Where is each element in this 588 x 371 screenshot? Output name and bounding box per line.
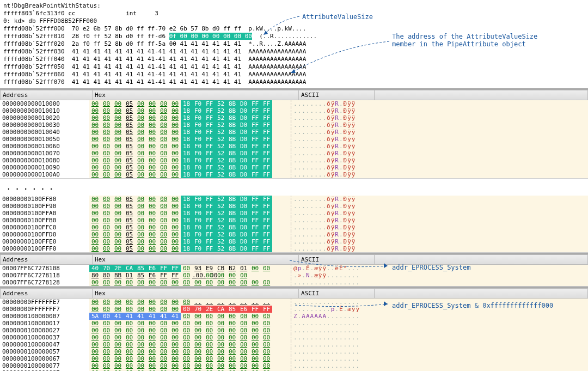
hex-address: 0000000000010090 [0,164,89,171]
hex-byte: 18 [181,171,192,178]
hex-byte: F0 [192,157,204,164]
hex-ascii: ........ðÿR.Ðÿÿ [291,231,364,238]
hex-byte: 00 [112,327,124,334]
ellipsis: . . . . . . [0,179,588,196]
hex-byte: FF [261,107,272,114]
hex-byte: FF [204,136,215,143]
hex-byte: 00 [204,348,215,355]
hex-byte: 00 [89,114,101,121]
hex-byte: 00 [135,210,146,217]
hex-byte: 00 [261,320,272,327]
hex-byte: 00 [101,348,112,355]
hex-byte: 05 [124,150,135,157]
hex-byte: 00 [135,150,146,157]
hex-byte: 00 [112,231,124,238]
hex-byte: 00 [101,279,112,286]
hex-byte: 00 [192,355,204,362]
hex-byte: 00 [158,100,169,107]
hex-address: 0000000000010060 [0,143,89,150]
hex-byte: 00 [169,362,181,369]
hex-byte: 00 [181,362,192,369]
hex-byte: 00 [181,313,192,320]
hex-byte: 00 [249,355,261,362]
hex-byte: FF [249,210,261,217]
hex-byte: FF [204,196,215,203]
hex-byte: 00 [101,224,112,231]
hex-byte: D0 [238,171,249,178]
hex-address: 00007FF6C7278128 [0,279,89,286]
hex-byte: 18 [181,121,192,129]
hex-byte: FF [249,164,261,171]
hex-byte: 00 [101,299,112,306]
hex-byte: F0 [192,245,204,252]
hex-byte: D0 [238,129,249,136]
hex-byte: 00 [226,362,238,369]
hex-byte: 8B [226,164,238,171]
hex-byte: F0 [192,129,204,136]
hex-row: 00000000100FFE0 000000050000000018F0FF52… [0,238,588,245]
hex-byte: 00 [101,196,112,203]
hex-byte: 00 [89,299,101,306]
hex-byte: 00 [158,231,169,238]
hex-byte: 52 [215,203,226,210]
hex-byte: 00 [226,279,238,286]
hex-byte: D0 [238,196,249,203]
hex-byte: 00 [112,341,124,348]
hex-byte: 00 [158,150,169,157]
hex-byte: D0 [238,100,249,107]
hex-byte: 80 [89,272,101,279]
hex-byte: F0 [192,143,204,150]
hex-byte: 52 [215,171,226,178]
hex-row: 0000000100000007 5A004141414141410000000… [0,313,588,320]
hex-byte: 18 [181,217,192,224]
hex-byte: 00 [249,265,261,272]
hex-byte: 18 [181,129,192,136]
hex-byte: 05 [124,107,135,114]
hex-byte: D0 [238,224,249,231]
hex-byte: 00 [238,279,249,286]
hex-byte: 00 [158,320,169,327]
hex-byte: 00 [226,334,238,341]
hex-byte: D0 [238,114,249,121]
hex-byte: 00 [135,238,146,245]
hex-byte: D1 [124,272,135,279]
hex-byte: 00 [146,100,158,107]
hex-row: 0000000000010000 000000050000000018F0FF5… [0,100,588,107]
hex-address: 0000000000010050 [0,136,89,143]
hex-byte: FF [249,136,261,143]
hex-byte: 00 [89,203,101,210]
hex-byte: 00 [101,334,112,341]
hex-byte: 00 [158,157,169,164]
hex-byte: 00 [158,299,169,306]
hex-byte: 05 [124,217,135,224]
hex-byte: 00 [192,341,204,348]
hex-byte: FF [204,164,215,171]
annot-eproc-mask: addr_EPROCESS_System & 0xfffffffffffff00… [392,302,553,309]
hex-ascii: ........ðÿR.Ðÿÿ [291,143,364,150]
hex-byte: FF [204,224,215,231]
hex-byte: 00 [146,171,158,178]
hex-byte: FF [249,129,261,136]
hex-byte: F0 [192,210,204,217]
hex-byte: 05 [124,136,135,143]
hex-byte: 00 [135,203,146,210]
hex-ascii: ................ [291,355,364,362]
hex-byte: 00 [89,341,101,348]
hex-byte: 00 [158,171,169,178]
hex-byte: 00 [135,231,146,238]
hex-byte: 00 [204,362,215,369]
hex-ascii: ........ðÿR.Ðÿÿ [291,245,364,252]
hex-byte: 00 [169,217,181,224]
hex-byte: E9 [204,265,215,272]
hex-ascii: ........ðÿR.Ðÿÿ [291,136,364,143]
hex-byte: 00 [124,299,135,306]
hex-byte: 52 [215,238,226,245]
hex-row: 0000000000010070 000000050000000018F0FF5… [0,150,588,157]
hex-byte: D0 [238,217,249,224]
hex-row: 00007FF6C7278128 00000000000000000000000… [0,279,588,286]
hex-byte: FF [261,157,272,164]
hex-byte: 00 [112,121,124,129]
hex-byte: 00 [169,348,181,355]
hex-byte: 00 [112,306,124,313]
hex-byte: FF [249,245,261,252]
